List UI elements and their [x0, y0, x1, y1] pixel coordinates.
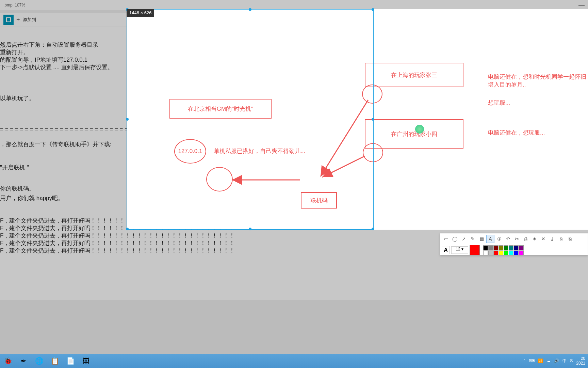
- taskbar-app-icon[interactable]: 🐞: [3, 356, 13, 366]
- svg-line-2: [322, 156, 365, 177]
- color-swatch[interactable]: [483, 250, 488, 255]
- caption-text: 想玩服...: [488, 99, 510, 107]
- shanghai-label: 在上海的玩家张三: [391, 71, 437, 79]
- color-swatch[interactable]: [514, 245, 519, 250]
- tray-chevron-icon[interactable]: ˄: [523, 358, 525, 363]
- tray-cloud-icon[interactable]: ☁: [546, 358, 551, 363]
- color-swatch[interactable]: [509, 250, 513, 255]
- color-swatch[interactable]: [519, 245, 524, 250]
- caption-text: 电脑还健在，想和时光机同学一起怀旧堪入目的岁月..: [488, 73, 588, 89]
- guangzhou-label: 在广州的玩家小四: [391, 130, 437, 138]
- copy-tool[interactable]: ⎘: [557, 235, 565, 243]
- scissors-tool[interactable]: ✂: [513, 235, 521, 243]
- rect-tool[interactable]: ▭: [442, 235, 450, 243]
- color-swatch[interactable]: [493, 245, 498, 250]
- svg-line-1: [321, 100, 368, 177]
- ellipse-tool[interactable]: ◯: [451, 235, 459, 243]
- box-beijing-label: 在北京相当GM的"时光机": [188, 105, 253, 113]
- taskbar-app-icon[interactable]: 📄: [65, 356, 76, 366]
- dim-overlay: [0, 9, 127, 230]
- ip-label: 127.0.0.1: [178, 148, 202, 155]
- taskbar-clock[interactable]: 20 2021: [576, 356, 585, 366]
- mosaic-tool[interactable]: ▦: [477, 235, 486, 243]
- color-swatch[interactable]: [493, 250, 498, 255]
- undo-tool[interactable]: ↶: [504, 235, 512, 243]
- taskbar-app-icon[interactable]: 🖼: [81, 356, 91, 366]
- screenshot-toolbar[interactable]: ▭ ◯ ↗ ✎ ▦ A ① ↶ ✂ ⎙ ✶ ✕ ⤓ ⎘ ⎗ A 12 ▾: [440, 233, 588, 255]
- diagram-canvas: 在北京相当GM的"时光机" 127.0.0.1 单机私服已搭好，自己爽不得劲儿.…: [127, 10, 588, 230]
- ocr-tool[interactable]: ⎙: [522, 235, 530, 243]
- server-text: 单机私服已搭好，自己爽不得劲儿...: [214, 147, 305, 155]
- box-beijing-gm: 在北京相当GM的"时光机": [169, 99, 272, 119]
- tray-volume-icon[interactable]: 🔊: [554, 358, 559, 363]
- bookmark-tool[interactable]: ⎗: [566, 235, 574, 243]
- taskbar-app-icon[interactable]: 🌐: [34, 356, 44, 366]
- ellipse-near-ip: [206, 167, 233, 191]
- text-tool[interactable]: A: [486, 235, 494, 243]
- taskbar-app-icon[interactable]: 📋: [50, 356, 60, 366]
- arrow-tool[interactable]: ↗: [460, 235, 468, 243]
- color-swatch[interactable]: [509, 245, 513, 250]
- green-cursor-dot: [415, 125, 424, 134]
- tray-ime-icon[interactable]: 中: [562, 358, 567, 364]
- dropper-tool[interactable]: ✶: [530, 235, 539, 243]
- box-guangzhou: 在广州的玩家小四: [365, 119, 463, 149]
- color-swatch[interactable]: [488, 245, 493, 250]
- font-style[interactable]: A: [442, 246, 450, 254]
- color-swatch[interactable]: [514, 250, 519, 255]
- box-lianji: 联机码: [301, 192, 337, 209]
- color-swatch[interactable]: [499, 245, 503, 250]
- color-swatches[interactable]: [483, 245, 524, 255]
- tray-wifi-icon[interactable]: 📶: [538, 358, 543, 363]
- dim-overlay: [0, 0, 588, 9]
- tray-keyboard-icon[interactable]: ⌨: [529, 358, 535, 363]
- color-swatch[interactable]: [483, 245, 488, 250]
- ellipse-guangzhou: [363, 143, 383, 162]
- color-swatch[interactable]: [504, 250, 508, 255]
- ellipse-ip: 127.0.0.1: [174, 139, 206, 164]
- color-swatch[interactable]: [488, 250, 493, 255]
- caption-text: 电脑还健在，想玩服...: [488, 129, 545, 137]
- system-tray[interactable]: ˄ ⌨ 📶 ☁ 🔊 中 S 20 2021: [523, 356, 585, 366]
- color-swatch[interactable]: [499, 250, 503, 255]
- ellipse-shanghai: [362, 85, 382, 104]
- color-swatch[interactable]: [504, 245, 508, 250]
- lianji-label: 联机码: [310, 197, 328, 204]
- selection-dimensions: 1446 × 626: [127, 9, 154, 17]
- font-size-select[interactable]: 12 ▾: [451, 246, 468, 254]
- taskbar[interactable]: 🐞 ✒ 🌐 📋 📄 🖼 ˄ ⌨ 📶 ☁ 🔊 中 S 20 2021: [0, 354, 588, 368]
- pin-tool[interactable]: ✕: [539, 235, 548, 243]
- box-shanghai: 在上海的玩家张三: [365, 63, 463, 87]
- color-swatch[interactable]: [519, 250, 524, 255]
- save-tool[interactable]: ⤓: [548, 235, 556, 243]
- counter-tool[interactable]: ①: [495, 235, 503, 243]
- taskbar-app-icon[interactable]: ✒: [18, 356, 29, 366]
- tray-misc-icon[interactable]: S: [570, 358, 573, 363]
- current-color[interactable]: [470, 245, 480, 255]
- pencil-tool[interactable]: ✎: [469, 235, 477, 243]
